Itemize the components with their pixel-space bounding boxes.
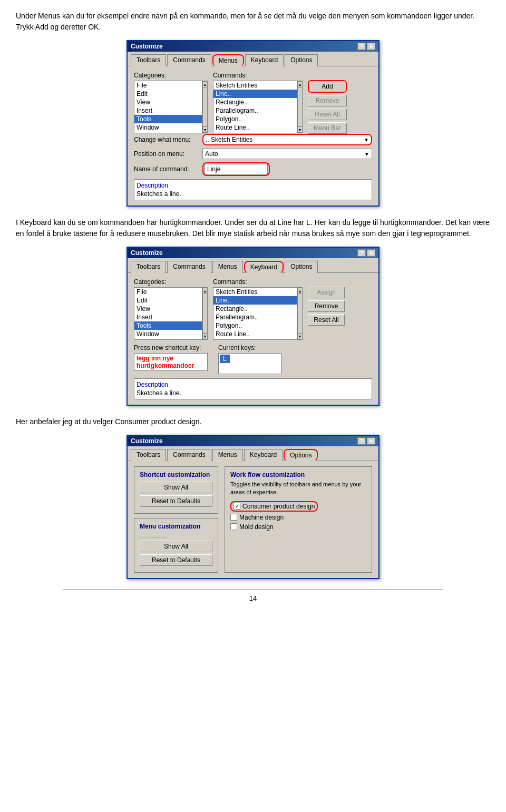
mold-checkbox[interactable] (230, 523, 237, 530)
shortcut-key-col: Press new shortcut key: legg inn nyehurt… (134, 344, 208, 371)
d2-categories-scrollbar[interactable]: ▲ ▼ (202, 287, 208, 340)
tab-menus-1[interactable]: Menus (212, 54, 244, 66)
d2-remove-button[interactable]: Remove (308, 300, 345, 312)
current-keys-box: L (218, 353, 281, 374)
d2-cmd-rectangle[interactable]: Rectangle.. (213, 305, 297, 313)
consumer-checkbox[interactable]: ✓ (233, 503, 240, 510)
tab-commands-1[interactable]: Commands (167, 54, 211, 66)
scroll-down[interactable]: ▼ (202, 126, 208, 133)
categories-list-wrap: File Edit View Insert Tools Window ▲ ▼ (134, 81, 208, 133)
d2-cmd-parallelogram[interactable]: Parallelogram.. (213, 313, 297, 321)
position-dropdown[interactable]: Auto ▼ (202, 149, 372, 159)
d2-categories-listbox[interactable]: File Edit View Insert Tools Window (134, 287, 202, 340)
cmd-sketch-entities[interactable]: Sketch Entities (213, 81, 297, 90)
cmd-rectangle[interactable]: Rectangle.. (213, 98, 297, 106)
d2-cat-edit[interactable]: Edit (134, 296, 202, 305)
tab3-options[interactable]: Options (284, 449, 318, 461)
tab2-toolbars[interactable]: Toolbars (131, 261, 166, 273)
d2-commands-listbox[interactable]: Sketch Entities Line.. Rectangle.. Paral… (213, 287, 297, 340)
d2-cat-insert[interactable]: Insert (134, 313, 202, 321)
tab2-options[interactable]: Options (285, 261, 318, 273)
categories-listbox[interactable]: File Edit View Insert Tools Window (134, 81, 202, 133)
d2-cmd-line[interactable]: Line.. (213, 296, 297, 305)
machine-checkbox[interactable] (230, 514, 237, 521)
dialog3-help-btn[interactable]: ? (357, 437, 366, 445)
d2-description-title: Description (137, 381, 369, 388)
change-menu-row: Change what menu: ...Sketch Entities ▼ (134, 134, 372, 145)
change-menu-label: Change what menu: (134, 136, 202, 143)
d2-categories-col: Categories: File Edit View Insert Tools … (134, 278, 208, 340)
d2-commands-scrollbar[interactable]: ▲ ▼ (297, 287, 303, 340)
add-button[interactable]: Add (308, 80, 347, 93)
description-title: Description (137, 182, 369, 189)
remove-button[interactable]: Remove (308, 95, 347, 106)
tab2-menus[interactable]: Menus (212, 261, 243, 273)
machine-design-row: Machine design (230, 514, 366, 521)
commands-label: Commands: (213, 72, 303, 79)
cmd-polygon[interactable]: Polygon.. (213, 115, 297, 123)
categories-scrollbar[interactable]: ▲ ▼ (202, 81, 208, 133)
cmd-scroll-up[interactable]: ▲ (297, 81, 303, 87)
dialog1-buttons: Add Remove Reset All Menu Bar (308, 72, 347, 134)
cat-insert[interactable]: Insert (134, 106, 202, 115)
commands-scrollbar[interactable]: ▲ ▼ (297, 81, 303, 133)
d2-cmd-scroll-up[interactable]: ▲ (297, 288, 303, 294)
cat-window[interactable]: Window (134, 123, 202, 132)
tab3-menus[interactable]: Menus (212, 449, 243, 461)
cat-tools[interactable]: Tools (134, 115, 202, 123)
intro-text-1: Under Menus kan du for eksempel endre na… (16, 11, 490, 33)
customize-dialog-2: Customize ? ✕ Toolbars Commands Menus Ke… (126, 247, 380, 406)
d2-scroll-down[interactable]: ▼ (202, 333, 208, 339)
cmd-line[interactable]: Line.. (213, 90, 297, 98)
cat-view[interactable]: View (134, 98, 202, 106)
cmd-parallelogram[interactable]: Parallelogram.. (213, 106, 297, 115)
reset-defaults-button[interactable]: Reset to Defaults (140, 495, 212, 507)
tab3-commands[interactable]: Commands (167, 449, 211, 461)
d2-scroll-up[interactable]: ▲ (202, 288, 208, 294)
d2-cat-tools[interactable]: Tools (134, 321, 202, 330)
tab3-toolbars[interactable]: Toolbars (131, 449, 166, 461)
d2-cmd-scroll-down[interactable]: ▼ (297, 333, 303, 339)
shortcut-customization-group: Shortcut customization Show All Reset to… (134, 466, 218, 514)
current-keys-col: Current keys: L (218, 344, 281, 374)
scroll-up[interactable]: ▲ (202, 81, 208, 87)
d2-cat-view[interactable]: View (134, 305, 202, 313)
cmd-scroll-down[interactable]: ▼ (297, 126, 303, 133)
d2-cmd-polygon[interactable]: Polygon.. (213, 321, 297, 330)
cat-file[interactable]: File (134, 81, 202, 90)
menu-reset-defaults-button[interactable]: Reset to Defaults (140, 554, 212, 566)
menu-show-all-button[interactable]: Show All (140, 541, 212, 552)
name-label: Name of command: (134, 165, 202, 173)
shortcut-input[interactable]: legg inn nyehurtigkommandoer (134, 353, 208, 371)
tab3-keyboard[interactable]: Keyboard (244, 449, 283, 461)
menu-bar-button[interactable]: Menu Bar (308, 122, 347, 134)
d2-commands-label: Commands: (213, 278, 303, 286)
dialog1-tabs: Toolbars Commands Menus Keyboard Options (128, 52, 378, 66)
dialog3-close-btn[interactable]: ✕ (367, 437, 375, 445)
close-btn[interactable]: ✕ (367, 43, 375, 50)
tab2-keyboard[interactable]: Keyboard (244, 261, 284, 273)
d2-cat-window[interactable]: Window (134, 330, 202, 338)
current-key-item: L (220, 355, 230, 363)
tab-options-1[interactable]: Options (285, 54, 318, 66)
commands-listbox[interactable]: Sketch Entities Line.. Rectangle.. Paral… (213, 81, 297, 133)
help-btn[interactable]: ? (357, 43, 366, 50)
tab2-commands[interactable]: Commands (167, 261, 211, 273)
change-menu-dropdown[interactable]: ...Sketch Entities ▼ (202, 134, 372, 145)
d2-cat-file[interactable]: File (134, 288, 202, 296)
cmd-routeline[interactable]: Route Line.. (213, 123, 297, 132)
dialog2-close-btn[interactable]: ✕ (367, 249, 375, 257)
d2-cmd-routeline[interactable]: Route Line.. (213, 330, 297, 338)
assign-button[interactable]: Assign (308, 287, 345, 298)
d2-cmd-sketch-entities[interactable]: Sketch Entities (213, 288, 297, 296)
name-input[interactable] (205, 164, 268, 174)
reset-all-button[interactable]: Reset All (308, 109, 347, 120)
cat-edit[interactable]: Edit (134, 90, 202, 98)
tab-keyboard-1[interactable]: Keyboard (245, 54, 284, 66)
workflow-desc: Toggles the visibility of toolbars and m… (230, 481, 366, 497)
tab-toolbars-1[interactable]: Toolbars (131, 54, 166, 66)
d2-reset-all-button[interactable]: Reset All (308, 314, 345, 326)
dialog2-help-btn[interactable]: ? (357, 249, 366, 257)
dropdown-arrow-icon: ▼ (364, 137, 369, 143)
show-all-button[interactable]: Show All (140, 482, 212, 493)
